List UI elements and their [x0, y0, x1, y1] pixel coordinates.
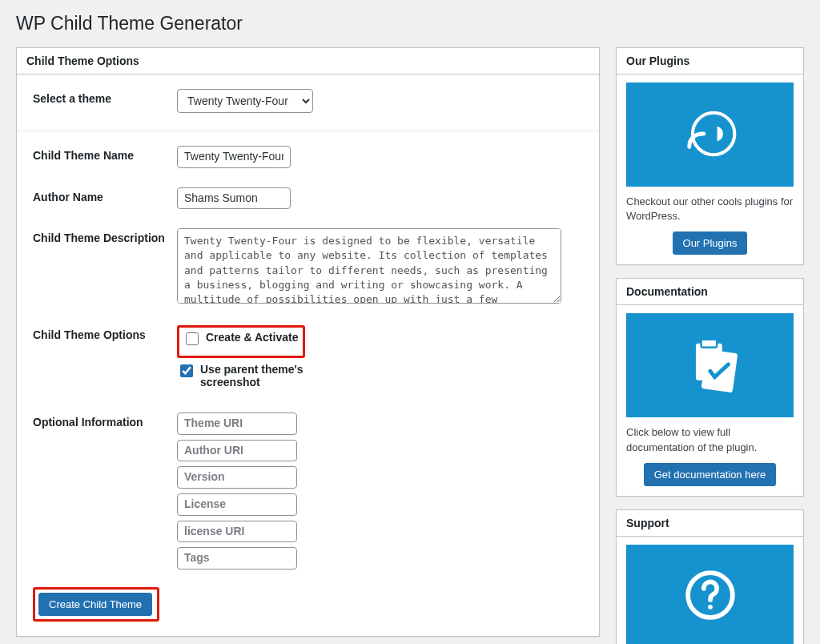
our-plugins-header: Our Plugins [617, 48, 803, 74]
submit-row: Create Child Theme [17, 579, 599, 636]
documentation-header: Documentation [617, 279, 803, 305]
license-uri-input[interactable] [177, 521, 297, 543]
layout: Child Theme Options Select a theme Twent… [16, 47, 804, 644]
create-activate-checkbox[interactable] [186, 332, 199, 345]
support-image [626, 545, 794, 644]
main-box-header: Child Theme Options [17, 48, 599, 74]
support-header: Support [617, 510, 803, 537]
documentation-box: Documentation Click below [616, 278, 804, 496]
author-uri-input[interactable] [177, 440, 297, 462]
clipboard-check-icon [677, 332, 743, 400]
description-textarea[interactable] [177, 228, 561, 304]
label-optional-info: Optional Information [17, 398, 177, 579]
plugins-text: Checkout our other cools plugins for Wor… [626, 195, 794, 223]
label-child-theme-name: Child Theme Name [17, 131, 177, 173]
select-theme-dropdown[interactable]: Twenty Twenty-Four [177, 89, 313, 113]
tags-input[interactable] [177, 547, 297, 570]
create-activate-label[interactable]: Create & Activate [183, 331, 298, 348]
main-column: Child Theme Options Select a theme Twent… [16, 47, 600, 644]
our-plugins-heading: Our Plugins [626, 54, 794, 67]
page-title: WP Child Theme Generator [16, 13, 804, 34]
child-theme-options-box: Child Theme Options Select a theme Twent… [16, 47, 600, 637]
label-select-theme: Select a theme [17, 74, 177, 131]
label-options: Child Theme Options [17, 311, 177, 398]
our-plugins-button[interactable]: Our Plugins [673, 231, 748, 255]
theme-uri-input[interactable] [177, 413, 297, 435]
options-stack: Create & Activate Use parent theme's scr… [177, 325, 583, 388]
documentation-heading: Documentation [626, 285, 794, 298]
use-parent-screenshot-label[interactable]: Use parent theme's screenshot [177, 363, 583, 388]
license-input[interactable] [177, 493, 297, 516]
plugins-image [626, 83, 794, 187]
page-wrap: WP Child Theme Generator Child Theme Opt… [0, 0, 820, 644]
use-parent-screenshot-checkbox[interactable] [180, 364, 193, 377]
svg-rect-2 [701, 340, 717, 348]
svg-point-5 [708, 605, 713, 610]
highlight-submit: Create Child Theme [33, 587, 159, 622]
child-theme-name-input[interactable] [177, 146, 291, 168]
documentation-button[interactable]: Get documentation here [644, 463, 776, 486]
highlight-create-activate: Create & Activate [177, 325, 305, 358]
optional-stack [177, 413, 583, 570]
form-table: Select a theme Twenty Twenty-Four Child … [17, 74, 599, 579]
documentation-image [626, 313, 794, 417]
support-box: Support [616, 509, 804, 644]
our-plugins-box: Our Plugins Checkout our other cools plu… [616, 47, 804, 265]
plug-icon [677, 101, 743, 169]
main-box-heading: Child Theme Options [26, 54, 589, 67]
create-child-theme-button[interactable]: Create Child Theme [38, 593, 152, 616]
label-author-name: Author Name [17, 173, 177, 215]
documentation-text: Click below to view full documentation o… [626, 425, 794, 454]
question-circle-icon [677, 562, 743, 630]
version-input[interactable] [177, 466, 297, 489]
label-description: Child Theme Description [17, 214, 177, 311]
support-heading: Support [626, 517, 794, 529]
sidebar-column: Our Plugins Checkout our other cools plu… [616, 47, 804, 644]
author-name-input[interactable] [177, 187, 291, 210]
